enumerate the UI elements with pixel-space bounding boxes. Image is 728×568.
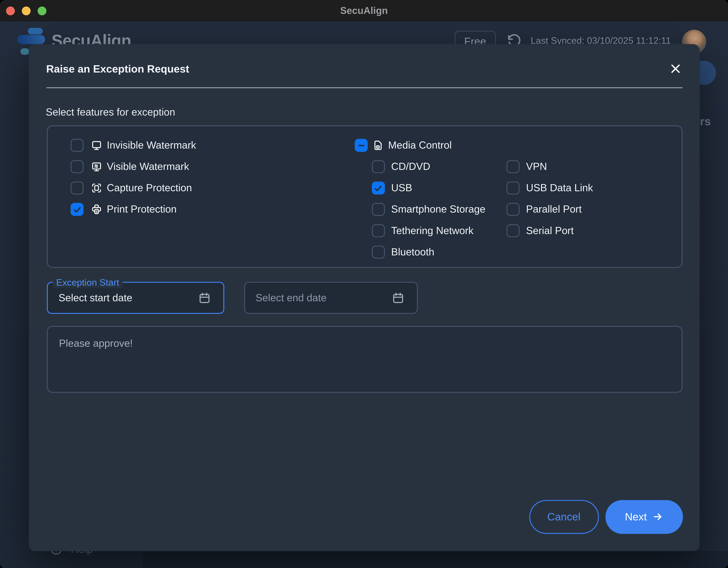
checkbox[interactable] bbox=[372, 160, 385, 173]
feature-label: Media Control bbox=[388, 139, 452, 151]
checkbox[interactable] bbox=[372, 246, 385, 259]
feature-checkbox-print-protection[interactable]: Print Protection bbox=[71, 203, 196, 216]
screen: SecuAlign SecuAlign Free Last Synced: 03… bbox=[0, 0, 728, 568]
feature-label: CD/DVD bbox=[391, 161, 430, 173]
feature-label: Parallel Port bbox=[526, 203, 582, 215]
media-column-2: VPNUSB Data LinkParallel PortSerial Port bbox=[507, 160, 593, 246]
capture-frame-icon bbox=[91, 183, 102, 194]
feature-checkbox-vpn[interactable]: VPN bbox=[507, 160, 593, 173]
feature-label: Print Protection bbox=[107, 203, 177, 215]
end-date-field[interactable]: Select end date bbox=[244, 282, 418, 314]
media-control-group: Media Control bbox=[355, 139, 452, 160]
close-dialog-button[interactable] bbox=[666, 59, 685, 78]
watermark-monitor-icon bbox=[91, 161, 102, 172]
feature-label: Smartphone Storage bbox=[391, 203, 485, 215]
divider bbox=[46, 87, 683, 88]
feature-checkbox-usb-data-link[interactable]: USB Data Link bbox=[507, 181, 593, 194]
feature-label: Serial Port bbox=[526, 225, 574, 237]
feature-checkbox-tethering-network[interactable]: Tethering Network bbox=[372, 224, 485, 237]
feature-label: VPN bbox=[526, 161, 547, 173]
start-date-field[interactable]: Exception Start Select start date bbox=[47, 282, 224, 314]
feature-label: Visible Watermark bbox=[107, 161, 189, 173]
end-date-value: Select end date bbox=[256, 292, 326, 304]
feature-label: Capture Protection bbox=[107, 182, 192, 194]
next-label: Next bbox=[625, 510, 647, 523]
monitor-icon bbox=[91, 140, 102, 151]
calendar-icon[interactable] bbox=[392, 291, 405, 305]
next-button[interactable]: Next bbox=[605, 500, 683, 534]
feature-label: USB Data Link bbox=[526, 182, 593, 194]
checkbox[interactable] bbox=[507, 224, 520, 237]
feature-checkbox-cd-dvd[interactable]: CD/DVD bbox=[372, 160, 485, 173]
brand-logo-icon bbox=[17, 35, 45, 44]
arrow-right-icon bbox=[652, 511, 664, 522]
checkbox[interactable] bbox=[71, 139, 84, 152]
feature-label: USB bbox=[391, 182, 412, 194]
checkbox[interactable] bbox=[372, 203, 385, 216]
feature-checkbox-invisible-watermark[interactable]: Invisible Watermark bbox=[71, 139, 196, 152]
media-column-1: CD/DVDUSBSmartphone StorageTethering Net… bbox=[372, 160, 485, 267]
feature-checkbox-media-control[interactable]: Media Control bbox=[355, 139, 452, 152]
checkbox[interactable] bbox=[71, 160, 84, 173]
feature-checkbox-smartphone-storage[interactable]: Smartphone Storage bbox=[372, 203, 485, 216]
feature-selection-group: Invisible WatermarkVisible WatermarkCapt… bbox=[47, 125, 682, 268]
calendar-icon[interactable] bbox=[198, 291, 211, 305]
feature-checkbox-bluetooth[interactable]: Bluetooth bbox=[372, 246, 485, 259]
exception-request-dialog: Raise an Exception Request Select featur… bbox=[29, 44, 700, 551]
dialog-title: Raise an Exception Request bbox=[46, 61, 189, 75]
printer-icon bbox=[91, 204, 102, 215]
checkbox[interactable] bbox=[507, 160, 520, 173]
feature-checkbox-capture-protection[interactable]: Capture Protection bbox=[71, 181, 196, 194]
feature-column-left: Invisible WatermarkVisible WatermarkCapt… bbox=[71, 139, 196, 224]
clipped-heading-fragment: rs bbox=[700, 114, 711, 128]
start-date-label: Exception Start bbox=[53, 276, 122, 288]
close-icon bbox=[670, 62, 682, 74]
brand-logo-icon bbox=[28, 28, 42, 34]
reason-textarea[interactable] bbox=[47, 326, 683, 392]
brand-logo-icon bbox=[20, 48, 29, 55]
feature-checkbox-parallel-port[interactable]: Parallel Port bbox=[507, 203, 593, 216]
feature-checkbox-visible-watermark[interactable]: Visible Watermark bbox=[71, 160, 196, 173]
media-card-icon bbox=[372, 140, 384, 151]
feature-label: Bluetooth bbox=[391, 246, 434, 258]
feature-label: Tethering Network bbox=[391, 225, 473, 237]
section-label: Select features for exception bbox=[46, 106, 175, 118]
cancel-button[interactable]: Cancel bbox=[529, 500, 599, 534]
cancel-label: Cancel bbox=[547, 510, 580, 523]
start-date-value: Select start date bbox=[58, 292, 132, 304]
checkbox[interactable] bbox=[71, 203, 84, 216]
checkbox[interactable] bbox=[507, 181, 520, 194]
checkbox[interactable] bbox=[71, 181, 84, 194]
checkbox[interactable] bbox=[372, 181, 385, 194]
feature-checkbox-serial-port[interactable]: Serial Port bbox=[507, 224, 593, 237]
window-titlebar: SecuAlign bbox=[0, 0, 728, 21]
footer-strip bbox=[0, 551, 728, 568]
feature-label: Invisible Watermark bbox=[107, 139, 196, 151]
checkbox[interactable] bbox=[355, 139, 368, 152]
feature-checkbox-usb[interactable]: USB bbox=[372, 181, 485, 194]
window-title: SecuAlign bbox=[0, 0, 728, 21]
checkbox[interactable] bbox=[372, 224, 385, 237]
checkbox[interactable] bbox=[507, 203, 520, 216]
